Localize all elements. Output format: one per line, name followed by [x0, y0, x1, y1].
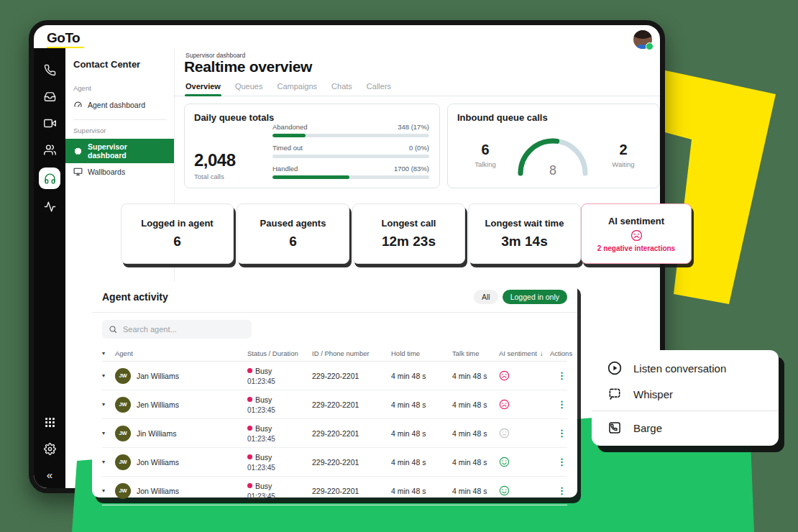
- row-actions-kebab[interactable]: ⋮: [550, 428, 574, 439]
- gauge-icon: [73, 100, 83, 109]
- agent-name: Jen Williams: [137, 400, 179, 409]
- inbound-queue-calls-card: Inbound queue calls 6 Talking 8 2 Waitin…: [447, 104, 660, 188]
- ai-sentiment-card: AI sentiment 2 negative interactions: [581, 203, 692, 264]
- agent-cell: JW Jin Williams: [115, 426, 247, 441]
- card-title: Inbound queue calls: [457, 112, 548, 123]
- metric-value: 1700 (83%): [394, 165, 429, 173]
- row-expand-chevron[interactable]: ▾: [102, 459, 115, 465]
- status-duration: 01:23:45: [247, 464, 312, 472]
- table-header: ▾ Agent Status / Duration ID / Phone num…: [102, 345, 567, 362]
- nav-item-wallboards[interactable]: Wallboards: [65, 163, 174, 180]
- search-icon: [109, 325, 117, 334]
- people-icon[interactable]: [44, 144, 56, 156]
- row-actions-kebab[interactable]: ⋮: [550, 370, 574, 381]
- nav-item-agent-dashboard[interactable]: Agent dashboard: [65, 96, 174, 113]
- col-hold[interactable]: Hold time: [391, 349, 452, 357]
- analytics-icon[interactable]: [44, 201, 56, 213]
- table-row: ▾ JW Jin Williams Busy 01:23:45 229-220-…: [102, 419, 567, 448]
- row-actions-kebab[interactable]: ⋮: [550, 457, 574, 467]
- stat-value: 6: [173, 234, 181, 249]
- queue-metric: Abandoned 348 (17%): [272, 123, 429, 137]
- tab[interactable]: Overview: [185, 82, 221, 96]
- col-sentiment[interactable]: AI sentiment↓: [499, 349, 550, 357]
- video-icon[interactable]: [44, 117, 56, 129]
- waiting-kpi: 2 Waiting: [602, 142, 645, 168]
- status-duration: 01:23:45: [247, 406, 312, 414]
- busy-dot: [247, 397, 252, 402]
- busy-dot: [247, 483, 252, 488]
- stat-label: Logged in agent: [141, 218, 213, 229]
- daily-queue-totals-card: Daily queue totals 2,048 Total calls Aba…: [184, 104, 440, 188]
- inbox-icon[interactable]: [44, 91, 56, 103]
- col-status[interactable]: Status / Duration: [247, 349, 312, 357]
- agent-name: Jon Williams: [137, 487, 179, 495]
- talk-time-cell: 4 min 48 s: [452, 487, 499, 495]
- col-talk[interactable]: Talk time: [452, 349, 499, 357]
- agent-search[interactable]: [102, 320, 252, 339]
- page-title: Realtime overview: [184, 58, 312, 75]
- talking-kpi: 6 Talking: [464, 142, 507, 168]
- settings-gear-icon[interactable]: [44, 443, 56, 455]
- col-agent[interactable]: Agent: [115, 349, 247, 357]
- phone-cell: 229-220-2201: [312, 429, 391, 438]
- stat-card: Longest call 12m 23s: [352, 203, 465, 264]
- nav-section-agent: Agent: [65, 84, 174, 92]
- sentiment-face-icon: [499, 428, 550, 439]
- search-input[interactable]: [121, 324, 245, 334]
- menu-item-listen[interactable]: Listen conversation: [592, 355, 779, 381]
- row-expand-chevron[interactable]: ▾: [102, 487, 115, 494]
- icon-rail: «: [34, 48, 65, 488]
- goto-logo: GoTo: [47, 30, 84, 50]
- collapse-chevrons-icon[interactable]: «: [47, 469, 52, 481]
- talk-time-cell: 4 min 48 s: [452, 458, 499, 467]
- tab[interactable]: Chats: [331, 82, 353, 96]
- hold-time-cell: 4 min 48 s: [391, 458, 452, 467]
- phone-icon[interactable]: [44, 64, 56, 76]
- apps-grid-icon[interactable]: [44, 416, 56, 428]
- progress-track: [272, 175, 429, 179]
- hold-time-cell: 4 min 48 s: [391, 487, 452, 495]
- menu-item-barge[interactable]: Barge: [592, 415, 779, 441]
- contact-center-rail-item[interactable]: [39, 168, 60, 189]
- filter-all-pill[interactable]: All: [474, 290, 498, 304]
- hold-time-cell: 4 min 48 s: [391, 400, 452, 409]
- expand-all-chevron[interactable]: ▾: [102, 350, 115, 357]
- tab[interactable]: Callers: [366, 82, 392, 96]
- barge-icon: [607, 421, 622, 435]
- sentiment-face-icon: [499, 457, 550, 467]
- menu-item-whisper[interactable]: Whisper: [592, 381, 779, 407]
- sad-face-icon: [630, 229, 643, 242]
- row-expand-chevron[interactable]: ▾: [102, 401, 115, 408]
- stat-value: 6: [289, 234, 297, 249]
- tab[interactable]: Campaigns: [276, 82, 318, 96]
- phone-cell: 229-220-2201: [312, 400, 391, 409]
- agent-name: Jan Williams: [137, 372, 179, 380]
- presence-dot: [646, 42, 653, 50]
- sort-descending-icon[interactable]: ↓: [540, 349, 544, 357]
- row-expand-chevron[interactable]: ▾: [102, 372, 115, 379]
- col-id[interactable]: ID / Phone number: [312, 349, 391, 357]
- agent-activity-panel: Agent activity All Logged in only ▾ Agen…: [92, 282, 577, 497]
- sentiment-caption: 2 negative interactions: [597, 244, 675, 252]
- status-cell: Busy 01:23:45: [247, 367, 312, 385]
- row-actions-kebab[interactable]: ⋮: [550, 485, 574, 496]
- nav-item-supervisor-dashboard[interactable]: Supervisor dashboard: [65, 139, 174, 163]
- metric-label: Timed out: [272, 144, 303, 152]
- agent-name: Jin Williams: [137, 429, 176, 438]
- phone-cell: 229-220-2201: [312, 458, 391, 467]
- status-cell: Busy 01:23:45: [247, 482, 312, 500]
- queue-gauge: 8: [515, 132, 590, 178]
- talk-time-cell: 4 min 48 s: [452, 372, 499, 380]
- row-expand-chevron[interactable]: ▾: [102, 430, 115, 436]
- stat-card: Logged in agent 6: [121, 203, 234, 264]
- sentiment-face-icon: [499, 485, 550, 496]
- gauge-value: 8: [549, 163, 556, 178]
- status-cell: Busy 01:23:45: [247, 424, 312, 443]
- status-duration: 01:23:45: [247, 492, 312, 500]
- filter-logged-in-pill[interactable]: Logged in only: [503, 290, 567, 304]
- busy-dot: [247, 426, 252, 431]
- row-actions-kebab[interactable]: ⋮: [550, 399, 574, 410]
- agent-cell: JW Jon Williams: [115, 454, 247, 470]
- panel-title: Agent activity: [102, 291, 168, 303]
- tab[interactable]: Queues: [234, 82, 264, 96]
